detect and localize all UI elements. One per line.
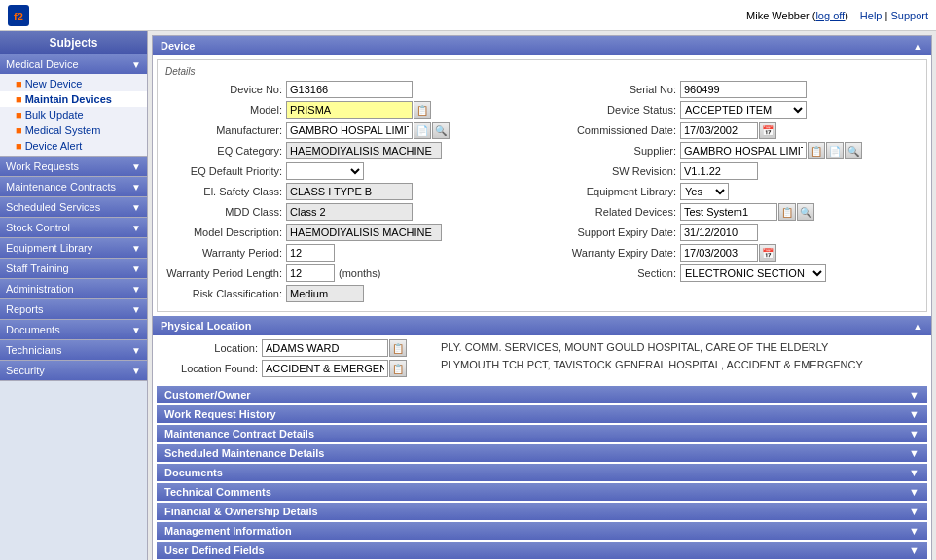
physical-location-collapse-icon[interactable]: ▲ [913,320,923,332]
supplier-search-btn[interactable]: 🔍 [845,142,862,159]
manufacturer-doc-btn[interactable]: 📄 [414,122,431,139]
user-defined-fields-arrow: ▼ [909,544,919,556]
financial-ownership-details-section[interactable]: Financial & Ownership Details ▼ [157,503,927,520]
warranty-expiry-calendar-btn[interactable]: 📅 [759,244,776,262]
right-column: Serial No: Device Status: ACCEPTED ITEM [550,81,918,305]
help-link[interactable]: Help [860,10,882,21]
work-request-history-section[interactable]: Work Request History ▼ [157,405,927,423]
details-section: Details Device No: Model: 📋 [157,59,927,312]
device-no-row: Device No: [165,81,534,98]
logoff-link[interactable]: log off [815,10,845,21]
sidebar-section-label-staff-training: Staff Training [6,262,69,274]
expandable-sections: Customer/Owner ▼ Work Request History ▼ … [153,384,931,560]
sidebar-section-header-technicians[interactable]: Technicians ▼ [0,340,147,360]
sidebar-collapse-arrow-tech: ▼ [131,345,141,356]
form-grid: Device No: Model: 📋 Manufacturer: [165,81,918,305]
manufacturer-search-btn[interactable]: 🔍 [432,122,450,139]
sidebar-section-header-medical-device[interactable]: Medical Device ▼ [0,54,147,74]
sw-revision-input[interactable] [680,162,758,180]
location-found-input[interactable] [262,360,388,377]
sidebar-section-header-stock-control[interactable]: Stock Control ▼ [0,218,147,237]
sidebar-section-header-scheduled-services[interactable]: Scheduled Services ▼ [0,197,147,217]
management-information-section[interactable]: Management Information ▼ [157,522,927,540]
main-layout: Subjects Medical Device ▼ ■New Device ■M… [0,31,936,560]
sidebar-section-header-work-requests[interactable]: Work Requests ▼ [0,157,147,176]
equipment-library-row: Equipment Library: Yes No [550,183,918,200]
eq-category-label: EQ Category: [165,145,282,157]
sidebar-section-header-equipment-library[interactable]: Equipment Library ▼ [0,238,147,258]
sidebar-section-header-documents[interactable]: Documents ▼ [0,320,147,339]
supplier-copy-btn[interactable]: 📄 [826,142,844,159]
location-label: Location: [161,342,258,354]
supplier-label: Supplier: [550,145,676,157]
sidebar-collapse-arrow-sc: ▼ [131,223,141,233]
collapse-icon[interactable]: ▲ [913,40,923,52]
topbar: f2 Mike Webber (log off) Help | Support [0,0,936,31]
dot-icon: ■ [16,109,22,121]
supplier-input[interactable] [680,142,807,159]
location-found-browse-btn[interactable]: 📋 [389,360,407,377]
sidebar-section-header-security[interactable]: Security ▼ [0,361,147,380]
sidebar-section-header-reports[interactable]: Reports ▼ [0,299,147,319]
sidebar-collapse-arrow-mc: ▼ [131,182,141,192]
device-panel: Device ▲ Details Device No: [152,35,932,560]
supplier-row: Supplier: 📋 📄 🔍 [550,142,918,159]
related-devices-search-btn[interactable]: 🔍 [797,203,814,221]
sidebar-section-label-security: Security [6,365,45,376]
related-devices-edit-btn[interactable]: 📋 [778,203,796,221]
related-devices-input[interactable] [680,203,777,221]
serial-no-input[interactable] [680,81,807,98]
sidebar-section-label-equipment-library: Equipment Library [6,242,92,254]
sidebar-item-medical-system[interactable]: ■Medical System [0,122,147,138]
financial-ownership-details-label: Financial & Ownership Details [164,506,318,517]
sidebar-section-label-maintenance-contracts: Maintenance Contracts [6,181,116,192]
location-found-label: Location Found: [161,363,258,374]
sidebar-item-new-device[interactable]: ■New Device [0,76,147,91]
documents-section[interactable]: Documents ▼ [157,464,927,481]
sidebar-section-security: Security ▼ [0,361,147,381]
warranty-expiry-date-row: Warranty Expiry Date: 📅 [550,244,918,262]
commissioned-date-calendar-btn[interactable]: 📅 [759,122,776,139]
sidebar-item-bulk-update[interactable]: ■Bulk Update [0,107,147,122]
warranty-period-input[interactable] [286,244,335,262]
eq-default-priority-select[interactable] [286,162,364,180]
section-select[interactable]: ELECTRONIC SECTION [680,264,826,282]
sidebar-section-equipment-library: Equipment Library ▼ [0,238,147,259]
manufacturer-input[interactable] [286,122,413,139]
warranty-expiry-date-input[interactable] [680,244,758,262]
sidebar-section-staff-training: Staff Training ▼ [0,259,147,279]
maintenance-contract-details-section[interactable]: Maintenance Contract Details ▼ [157,425,927,442]
sidebar-item-device-alert[interactable]: ■Device Alert [0,138,147,154]
customer-owner-section[interactable]: Customer/Owner ▼ [157,386,927,403]
technical-comments-section[interactable]: Technical Comments ▼ [157,483,927,501]
supplier-doc-btn[interactable]: 📋 [808,142,825,159]
sidebar-section-documents: Documents ▼ [0,320,147,340]
user-defined-fields-section[interactable]: User Defined Fields ▼ [157,542,927,559]
model-icon-btn[interactable]: 📋 [414,101,431,119]
equipment-library-select[interactable]: Yes No [680,183,729,200]
risk-classification-label: Risk Classification: [165,288,282,299]
commissioned-date-input[interactable] [680,122,758,139]
sidebar-section-header-maintenance-contracts[interactable]: Maintenance Contracts ▼ [0,177,147,196]
warranty-period-length-input[interactable] [286,264,335,282]
device-no-input[interactable] [286,81,413,98]
section-row: Section: ELECTRONIC SECTION [550,264,918,282]
dot-icon: ■ [16,78,22,89]
maintenance-contract-details-label: Maintenance Contract Details [164,428,314,439]
sidebar-section-header-administration[interactable]: Administration ▼ [0,279,147,298]
sidebar-item-maintain-devices[interactable]: ■Maintain Devices [0,91,147,107]
eq-default-priority-label: EQ Default Priority: [165,165,282,177]
model-input[interactable] [286,101,413,119]
location-input[interactable] [262,339,388,357]
mdd-class-row: MDD Class: [165,203,534,221]
maintenance-contract-details-arrow: ▼ [909,428,919,439]
scheduled-maintenance-details-section[interactable]: Scheduled Maintenance Details ▼ [157,444,927,462]
location-browse-btn[interactable]: 📋 [389,339,407,357]
manufacturer-label: Manufacturer: [165,124,282,136]
technical-comments-arrow: ▼ [909,486,919,498]
support-expiry-date-input[interactable] [680,224,758,241]
sidebar-section-header-staff-training[interactable]: Staff Training ▼ [0,259,147,278]
device-status-label: Device Status: [550,104,676,116]
device-status-select[interactable]: ACCEPTED ITEM [680,101,807,119]
support-link[interactable]: Support [890,10,928,21]
